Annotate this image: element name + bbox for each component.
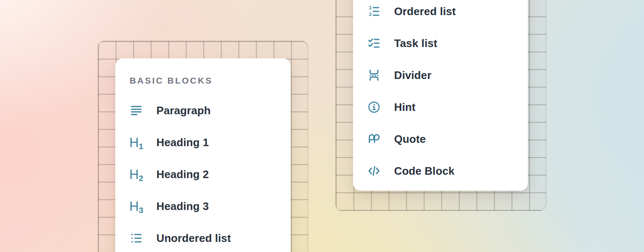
divider-icon bbox=[367, 68, 381, 82]
menu-item-label: Divider bbox=[394, 69, 431, 81]
menu-item-task-list[interactable]: Task list bbox=[353, 27, 528, 59]
menu-item-ordered-list[interactable]: 1 2 Ordered list bbox=[353, 0, 528, 27]
menu-item-heading-1[interactable]: H 1 Heading 1 bbox=[115, 126, 291, 158]
menu-item-hint[interactable]: Hint bbox=[353, 91, 528, 123]
menu-item-divider[interactable]: Divider bbox=[353, 59, 528, 91]
menu-item-label: Heading 2 bbox=[156, 168, 209, 181]
menu-item-label: Heading 1 bbox=[156, 136, 209, 149]
menu-item-label: Unordered list bbox=[156, 232, 231, 244]
editor-insert-menu-illustration: BASIC BLOCKS Paragraph H 1 bbox=[0, 0, 644, 252]
unordered-list-icon bbox=[130, 231, 143, 245]
menu-item-code-block[interactable]: Code Block bbox=[353, 155, 528, 187]
task-list-icon bbox=[367, 37, 381, 50]
code-block-icon bbox=[367, 164, 381, 178]
menu-item-heading-2[interactable]: H 2 Heading 2 bbox=[115, 158, 291, 190]
menu-item-paragraph[interactable]: Paragraph bbox=[115, 94, 291, 126]
quote-icon bbox=[367, 132, 381, 146]
svg-text:2: 2 bbox=[369, 12, 371, 17]
menu-item-label: Paragraph bbox=[156, 104, 211, 117]
heading-1-icon: H 1 bbox=[130, 136, 143, 149]
svg-text:1: 1 bbox=[369, 5, 371, 10]
heading-3-icon: H 3 bbox=[130, 200, 143, 213]
menu-item-unordered-list[interactable]: Unordered list bbox=[115, 222, 291, 252]
ordered-list-icon: 1 2 bbox=[367, 5, 381, 18]
menu-item-quote[interactable]: Quote bbox=[353, 123, 528, 155]
heading-2-icon: H 2 bbox=[130, 168, 143, 181]
menu-item-heading-3[interactable]: H 3 Heading 3 bbox=[115, 190, 291, 222]
basic-blocks-menu-card: BASIC BLOCKS Paragraph H 1 bbox=[115, 58, 291, 252]
basic-blocks-menu-list: Paragraph H 1 Heading 1 H 2 bbox=[115, 94, 291, 252]
menu-item-label: Hint bbox=[394, 101, 415, 113]
menu-item-label: Code Block bbox=[394, 165, 454, 177]
hint-icon bbox=[367, 100, 381, 114]
blocks-menu-card-continued: 1 2 Ordered list bbox=[353, 0, 528, 191]
menu-item-label: Heading 3 bbox=[156, 200, 209, 213]
menu-item-label: Task list bbox=[394, 37, 437, 50]
section-header-basic-blocks: BASIC BLOCKS bbox=[130, 76, 213, 86]
blocks-menu-list: 1 2 Ordered list bbox=[353, 0, 528, 187]
paragraph-icon bbox=[130, 104, 143, 117]
menu-item-label: Ordered list bbox=[394, 5, 456, 18]
menu-item-label: Quote bbox=[394, 133, 426, 145]
